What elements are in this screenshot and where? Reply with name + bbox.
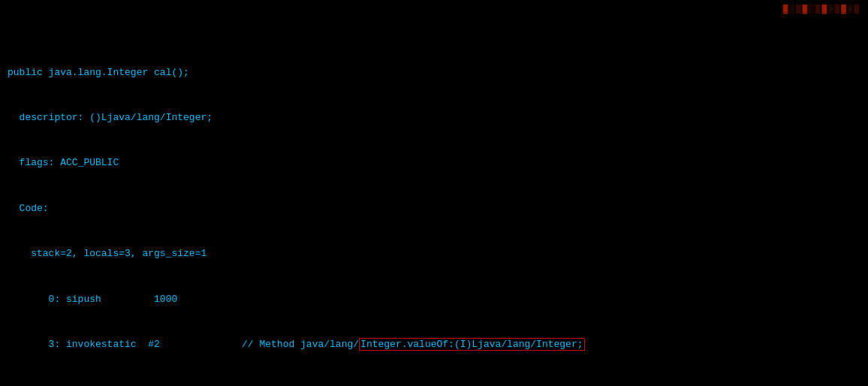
code-line-8: 6: astore_1 <box>8 383 860 386</box>
code-line-4: Code: <box>8 201 860 216</box>
code-line-6: 0: sipush 1000 <box>8 292 860 307</box>
code-display: ▓░▒▓░▒▓░▒▓░▒ public java.lang.Integer ca… <box>0 0 868 386</box>
code-line-1: public java.lang.Integer cal(); <box>8 65 860 80</box>
code-line-2: descriptor: ()Ljava/lang/Integer; <box>8 110 860 125</box>
corner-decoration: ▓░▒▓░▒▓░▒▓░▒ <box>783 3 860 16</box>
code-line-7: 3: invokestatic #2 // Method java/lang/I… <box>8 337 860 352</box>
highlight-invokestatic-1: Integer.valueOf:(I)Ljava/lang/Integer; <box>359 338 584 351</box>
code-line-5: stack=2, locals=3, args_size=1 <box>8 246 860 261</box>
code-line-3: flags: ACC_PUBLIC <box>8 155 860 170</box>
